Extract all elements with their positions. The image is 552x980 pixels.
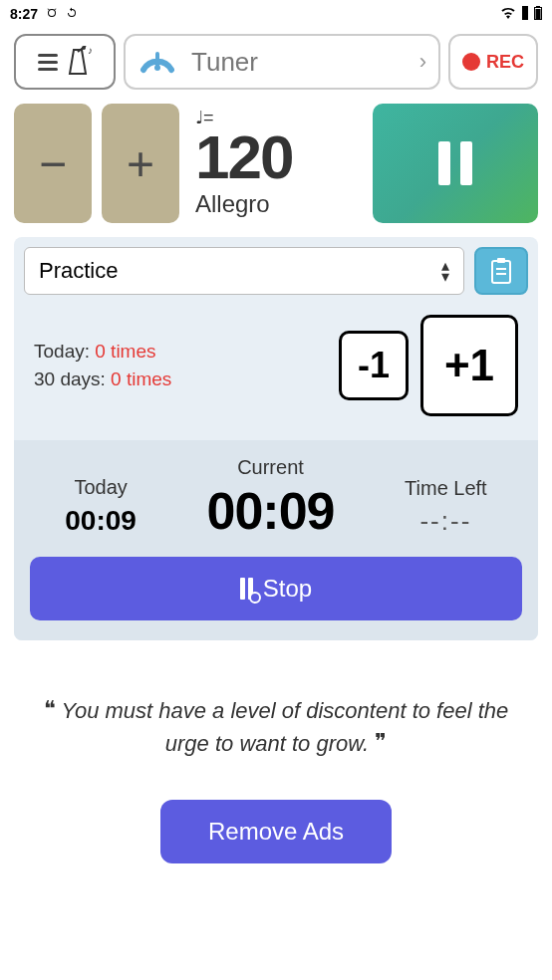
stop-button[interactable]: Stop	[30, 557, 522, 620]
timer-today-value: 00:09	[65, 505, 137, 537]
timer-current-value: 00:09	[206, 485, 334, 537]
svg-rect-0	[522, 6, 528, 20]
timer-today: Today 00:09	[65, 476, 137, 537]
practice-stats: Today: 0 times 30 days: 0 times	[34, 338, 327, 394]
battery-icon	[534, 6, 542, 23]
practice-select-label: Practice	[39, 258, 118, 284]
tuner-button[interactable]: Tuner ›	[124, 34, 440, 90]
play-pause-button[interactable]	[373, 104, 538, 223]
sync-icon	[66, 7, 78, 22]
quote-close-icon: ❞	[375, 729, 387, 754]
record-icon	[462, 53, 480, 71]
practice-log-button[interactable]	[474, 247, 528, 295]
timer-current: Current 00:09	[206, 456, 334, 537]
practice-select[interactable]: Practice ▴▾	[24, 247, 464, 295]
stop-icon	[240, 578, 253, 600]
svg-rect-3	[536, 9, 541, 19]
today-count-label: Today:	[34, 341, 90, 362]
stop-button-label: Stop	[263, 575, 312, 603]
record-label: REC	[486, 52, 524, 73]
wifi-icon	[500, 6, 516, 22]
alarm-icon	[46, 7, 58, 22]
timer-left-label: Time Left	[405, 477, 487, 500]
timer-today-label: Today	[65, 476, 137, 499]
quote-content: You must have a level of discontent to f…	[61, 698, 508, 756]
status-time: 8:27	[10, 6, 38, 22]
metronome-icon: ♪	[64, 46, 92, 78]
hamburger-icon	[38, 54, 58, 71]
pause-icon	[438, 141, 472, 185]
svg-rect-10	[497, 258, 505, 263]
quote-open-icon: ❝	[44, 696, 56, 721]
svg-rect-9	[492, 261, 510, 283]
tempo-name: Allegro	[195, 190, 357, 218]
timer-current-label: Current	[206, 456, 334, 479]
remove-ads-button[interactable]: Remove Ads	[160, 800, 392, 863]
tuner-label: Tuner	[191, 47, 406, 78]
status-bar: 8:27	[0, 0, 552, 28]
menu-button[interactable]: ♪	[14, 34, 116, 90]
practice-increment-button[interactable]: +1	[420, 315, 518, 416]
tempo-controls: − + ♩= 120 Allegro	[0, 96, 552, 223]
chevron-right-icon: ›	[419, 49, 426, 75]
tempo-decrease-button[interactable]: −	[14, 104, 92, 223]
practice-card: Practice ▴▾ Today: 0 times 30 days: 0 ti…	[14, 237, 538, 640]
practice-decrement-button[interactable]: -1	[339, 331, 409, 400]
today-count-value: 0 times	[95, 341, 155, 362]
clipboard-icon	[489, 257, 513, 285]
timer-left-value: --:--	[405, 506, 487, 537]
tempo-increase-button[interactable]: +	[102, 104, 179, 223]
tempo-display[interactable]: ♩= 120 Allegro	[189, 104, 363, 223]
timer-left: Time Left --:--	[405, 477, 487, 537]
tempo-bpm: 120	[195, 126, 357, 188]
svg-point-5	[82, 46, 86, 50]
days30-count-label: 30 days:	[34, 368, 106, 389]
signal-icon	[522, 6, 528, 23]
record-button[interactable]: REC	[448, 34, 538, 90]
svg-point-8	[154, 65, 160, 71]
timer-section: Today 00:09 Current 00:09 Time Left --:-…	[14, 440, 538, 640]
top-bar: ♪ Tuner › REC	[0, 28, 552, 96]
svg-rect-2	[536, 6, 540, 8]
quote-text: ❝ You must have a level of discontent to…	[0, 654, 552, 780]
gauge-icon	[138, 40, 177, 84]
svg-text:♪: ♪	[88, 46, 92, 56]
select-arrows-icon: ▴▾	[441, 260, 449, 282]
days30-count-value: 0 times	[111, 368, 171, 389]
